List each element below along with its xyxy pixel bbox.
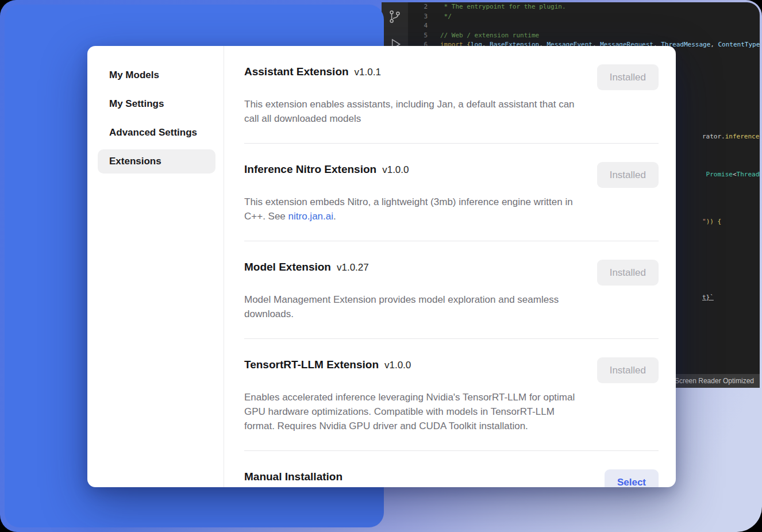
extension-name: Assistant Extension	[244, 64, 349, 79]
code-fragment: t}`	[702, 293, 714, 302]
sidebar-item-label: Extensions	[109, 156, 161, 167]
line-number: 2	[408, 2, 436, 12]
desktop-scene: 2 * The entrypoint for the plugin. 3 */ …	[0, 0, 762, 532]
sidebar-item-label: My Models	[109, 70, 159, 81]
code-text: // Web / extension runtime	[436, 31, 539, 41]
code-line: 5 // Web / extension runtime	[408, 31, 760, 41]
extension-entry-manual-installation: Manual Installation Select Select an ext…	[244, 451, 659, 487]
extension-name: Manual Installation	[244, 469, 342, 484]
extensions-list: Assistant Extension v1.0.1 Installed Thi…	[224, 46, 676, 487]
code-line: 2 * The entrypoint for the plugin.	[408, 2, 760, 12]
extension-description: Enables accelerated inference leveraging…	[244, 390, 584, 433]
extension-name: TensortRT-LLM Extension	[244, 357, 379, 372]
installed-button[interactable]: Installed	[597, 357, 659, 383]
code-text: * The entrypoint for the plugin.	[436, 2, 566, 12]
extension-entry-assistant: Assistant Extension v1.0.1 Installed Thi…	[244, 46, 659, 144]
sidebar-item-label: My Settings	[109, 98, 164, 110]
code-text	[436, 21, 440, 31]
code-line: 3 */	[408, 12, 760, 22]
extension-name: Inference Nitro Extension	[244, 162, 376, 177]
extension-description: Model Management Extension provides mode…	[244, 292, 584, 321]
sidebar-item-my-models[interactable]: My Models	[98, 63, 215, 87]
code-fragment: Promise<ThreadMessage>	[702, 170, 760, 179]
installed-button[interactable]: Installed	[597, 162, 659, 188]
extension-description: This extension enables assistants, inclu…	[244, 97, 584, 126]
extension-entry-model: Model Extension v1.0.27 Installed Model …	[244, 241, 659, 339]
screen-reader-status-item[interactable]: Screen Reader Optimized	[669, 374, 760, 388]
nitro-jan-ai-link[interactable]: nitro.jan.ai	[288, 211, 333, 222]
extension-version: v1.0.0	[384, 360, 411, 371]
sidebar-item-label: Advanced Settings	[109, 127, 197, 138]
description-text: Enables accelerated inference leveraging…	[244, 392, 575, 431]
installed-button[interactable]: Installed	[597, 64, 659, 90]
code-fragment: ")) {	[702, 217, 721, 226]
code-text: */	[436, 12, 452, 22]
sidebar-item-my-settings[interactable]: My Settings	[98, 92, 215, 116]
extension-name: Model Extension	[244, 260, 331, 275]
extension-version: v1.0.27	[337, 262, 369, 273]
sidebar-item-extensions[interactable]: Extensions	[98, 149, 215, 174]
line-number: 3	[408, 12, 436, 22]
code-line: 4	[408, 21, 760, 31]
line-number: 4	[408, 21, 436, 31]
description-text: Model Management Extension provides mode…	[244, 294, 559, 319]
source-control-icon[interactable]	[387, 9, 402, 24]
settings-modal: My Models My Settings Advanced Settings …	[87, 46, 676, 487]
extension-version: v1.0.0	[382, 164, 409, 176]
settings-sidebar: My Models My Settings Advanced Settings …	[87, 46, 224, 487]
select-file-button[interactable]: Select	[605, 469, 659, 487]
description-text: .	[333, 211, 336, 222]
extension-version: v1.0.1	[355, 67, 381, 78]
installed-button[interactable]: Installed	[597, 260, 659, 286]
extension-description: This extension embeds Nitro, a lightweig…	[244, 195, 584, 223]
extension-entry-inference-nitro: Inference Nitro Extension v1.0.0 Install…	[244, 144, 659, 241]
line-number: 5	[408, 31, 436, 41]
description-text: This extension enables assistants, inclu…	[244, 99, 575, 124]
sidebar-item-advanced-settings[interactable]: Advanced Settings	[98, 121, 215, 145]
code-fragment: rator.inference(data));	[702, 132, 760, 141]
extension-entry-tensorrt-llm: TensortRT-LLM Extension v1.0.0 Installed…	[244, 339, 659, 451]
